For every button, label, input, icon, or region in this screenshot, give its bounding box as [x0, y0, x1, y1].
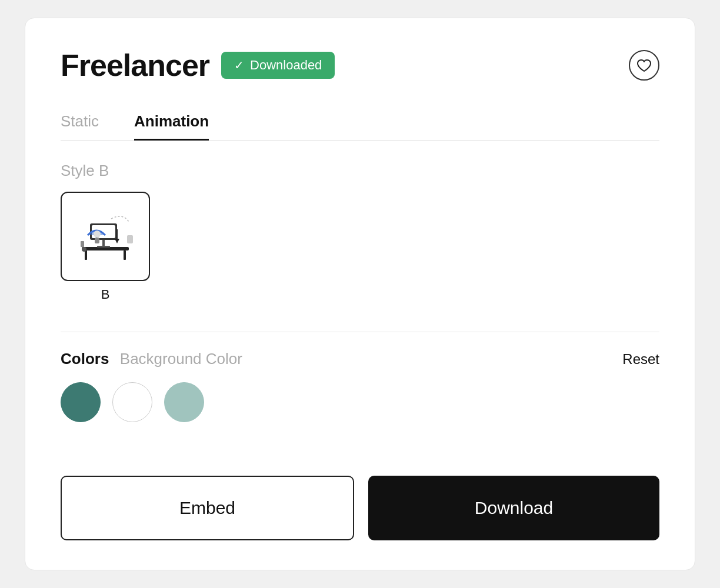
- swatch-white[interactable]: [112, 382, 152, 422]
- swatch-dark-teal[interactable]: [61, 382, 101, 422]
- header: Freelancer ✓ Downloaded: [61, 48, 659, 83]
- colors-title: Colors: [61, 350, 109, 368]
- divider: [61, 332, 659, 332]
- tab-animation[interactable]: Animation: [134, 104, 209, 141]
- svg-marker-11: [115, 239, 119, 243]
- download-button[interactable]: Download: [368, 476, 659, 540]
- action-buttons: Embed Download: [61, 464, 659, 540]
- check-icon: ✓: [234, 58, 244, 72]
- style-name-b: B: [101, 287, 110, 302]
- header-left: Freelancer ✓ Downloaded: [61, 48, 335, 83]
- colors-title-group: Colors Background Color: [61, 350, 242, 368]
- downloaded-label: Downloaded: [250, 58, 322, 73]
- svg-rect-2: [124, 250, 126, 260]
- swatch-light-teal[interactable]: [164, 382, 204, 422]
- style-item-b[interactable]: B: [61, 192, 150, 302]
- bg-color-label: Background Color: [120, 350, 242, 368]
- svg-rect-13: [81, 241, 84, 247]
- svg-rect-4: [97, 246, 110, 248]
- svg-rect-9: [95, 238, 99, 243]
- tabs: Static Animation: [61, 104, 659, 141]
- svg-point-8: [94, 230, 101, 238]
- embed-button[interactable]: Embed: [61, 476, 354, 540]
- colors-header: Colors Background Color Reset: [61, 350, 659, 368]
- page-title: Freelancer: [61, 48, 209, 83]
- main-card: Freelancer ✓ Downloaded Static Animation…: [25, 18, 695, 570]
- svg-rect-1: [85, 250, 87, 260]
- color-swatches: [61, 382, 659, 422]
- svg-point-12: [82, 247, 86, 252]
- svg-rect-14: [127, 235, 133, 243]
- favorite-button[interactable]: [629, 50, 659, 81]
- style-grid: B: [61, 192, 659, 302]
- style-thumbnail-b[interactable]: [61, 192, 150, 281]
- downloaded-badge: ✓ Downloaded: [221, 52, 335, 79]
- style-label: Style B: [61, 162, 659, 180]
- tab-static[interactable]: Static: [61, 104, 99, 141]
- reset-button[interactable]: Reset: [622, 351, 659, 368]
